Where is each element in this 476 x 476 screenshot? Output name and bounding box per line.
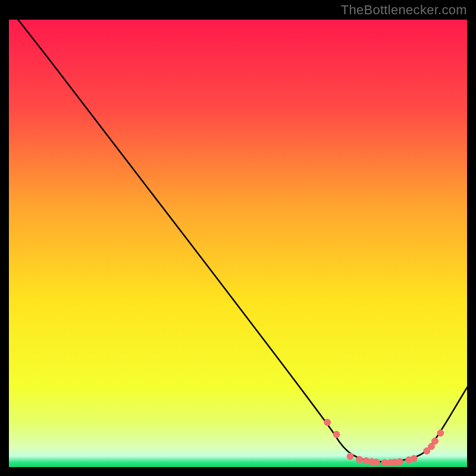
data-marker bbox=[373, 459, 380, 465]
data-marker bbox=[333, 431, 340, 438]
chart-frame: TheBottlenecker.com bbox=[0, 0, 476, 476]
chart-svg bbox=[9, 20, 467, 467]
data-marker bbox=[347, 453, 353, 459]
data-marker bbox=[411, 455, 417, 462]
data-marker bbox=[381, 459, 388, 466]
data-marker bbox=[356, 456, 363, 463]
plot-area bbox=[9, 20, 467, 467]
data-marker bbox=[437, 430, 444, 436]
data-marker bbox=[396, 458, 403, 465]
data-marker bbox=[324, 419, 331, 425]
data-marker bbox=[432, 438, 439, 444]
gradient-background bbox=[9, 20, 467, 467]
attribution-text: TheBottlenecker.com bbox=[341, 0, 467, 20]
